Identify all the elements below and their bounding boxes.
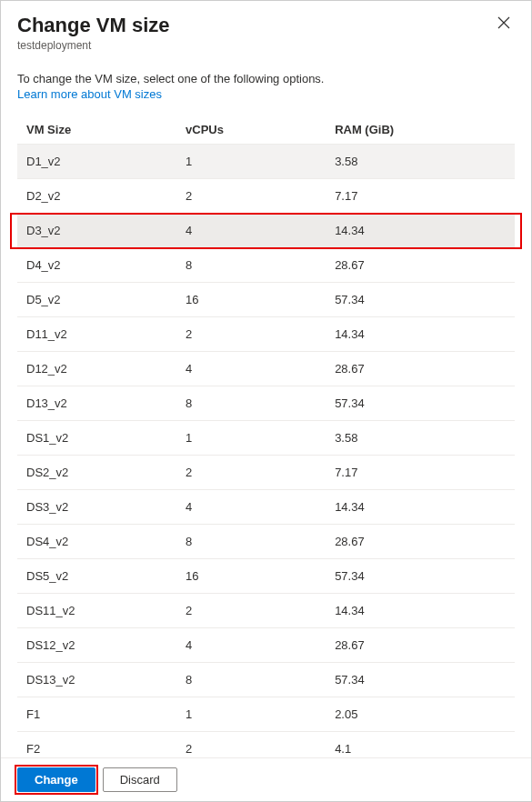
- cell-ram: 28.67: [326, 628, 515, 663]
- cell-vm-size: DS13_v2: [17, 663, 176, 697]
- cell-vm-size: D12_v2: [17, 352, 176, 386]
- cell-ram: 3.58: [326, 421, 515, 456]
- table-row[interactable]: D3_v2414.34: [17, 214, 515, 248]
- cell-ram: 28.67: [326, 352, 515, 386]
- cell-vcpus: 1: [176, 421, 326, 456]
- cell-vm-size: DS2_v2: [17, 456, 176, 490]
- cell-vcpus: 4: [176, 214, 326, 248]
- cell-vcpus: 2: [176, 594, 326, 628]
- col-header-size[interactable]: VM Size: [17, 115, 176, 145]
- table-row[interactable]: DS2_v227.17: [17, 456, 515, 490]
- cell-vcpus: 8: [176, 386, 326, 421]
- cell-ram: 57.34: [326, 663, 515, 697]
- cell-ram: 14.34: [326, 490, 515, 525]
- panel-footer: Change Discard: [1, 757, 531, 801]
- table-row[interactable]: F112.05: [17, 697, 515, 732]
- table-row[interactable]: DS13_v2857.34: [17, 663, 515, 697]
- cell-ram: 28.67: [326, 525, 515, 559]
- cell-ram: 2.05: [326, 697, 515, 732]
- cell-ram: 14.34: [326, 594, 515, 628]
- deployment-name: testdeployment: [17, 39, 515, 52]
- cell-vcpus: 2: [176, 456, 326, 490]
- table-row[interactable]: DS3_v2414.34: [17, 490, 515, 525]
- table-row[interactable]: D4_v2828.67: [17, 248, 515, 283]
- cell-ram: 57.34: [326, 386, 515, 421]
- panel-title: Change VM size: [17, 14, 515, 37]
- table-row[interactable]: DS1_v213.58: [17, 421, 515, 456]
- cell-ram: 14.34: [326, 317, 515, 352]
- table-row[interactable]: D5_v21657.34: [17, 283, 515, 317]
- change-button-highlight: Change: [17, 767, 95, 792]
- cell-vcpus: 16: [176, 559, 326, 594]
- cell-vm-size: DS5_v2: [17, 559, 176, 594]
- change-button[interactable]: Change: [17, 767, 95, 792]
- panel-header: Change VM size testdeployment: [1, 1, 531, 55]
- table-row[interactable]: DS11_v2214.34: [17, 594, 515, 628]
- close-button[interactable]: [491, 12, 517, 37]
- cell-vcpus: 1: [176, 145, 326, 179]
- table-row[interactable]: D11_v2214.34: [17, 317, 515, 352]
- cell-vcpus: 16: [176, 283, 326, 317]
- cell-ram: 7.17: [326, 179, 515, 214]
- table-row[interactable]: DS5_v21657.34: [17, 559, 515, 594]
- cell-vcpus: 8: [176, 663, 326, 697]
- vm-size-table: VM Size vCPUs RAM (GiB) D1_v213.58D2_v22…: [17, 115, 515, 757]
- cell-vm-size: F1: [17, 697, 176, 732]
- cell-vm-size: D4_v2: [17, 248, 176, 283]
- cell-ram: 3.58: [326, 145, 515, 179]
- cell-vcpus: 4: [176, 628, 326, 663]
- cell-vm-size: D13_v2: [17, 386, 176, 421]
- col-header-vcpus[interactable]: vCPUs: [176, 115, 326, 145]
- table-row[interactable]: D13_v2857.34: [17, 386, 515, 421]
- table-header-row: VM Size vCPUs RAM (GiB): [17, 115, 515, 145]
- cell-vcpus: 4: [176, 352, 326, 386]
- col-header-ram[interactable]: RAM (GiB): [326, 115, 515, 145]
- panel-content[interactable]: To change the VM size, select one of the…: [1, 55, 531, 757]
- table-row[interactable]: D12_v2428.67: [17, 352, 515, 386]
- discard-button[interactable]: Discard: [103, 767, 177, 792]
- cell-vm-size: DS1_v2: [17, 421, 176, 456]
- cell-vcpus: 1: [176, 697, 326, 732]
- cell-ram: 7.17: [326, 456, 515, 490]
- cell-ram: 4.1: [326, 732, 515, 758]
- table-row[interactable]: D1_v213.58: [17, 145, 515, 179]
- cell-vm-size: D1_v2: [17, 145, 176, 179]
- cell-vm-size: D3_v2: [17, 214, 176, 248]
- cell-vcpus: 8: [176, 525, 326, 559]
- cell-vm-size: D2_v2: [17, 179, 176, 214]
- table-row[interactable]: D2_v227.17: [17, 179, 515, 214]
- cell-ram: 28.67: [326, 248, 515, 283]
- change-vm-size-panel: Change VM size testdeployment To change …: [1, 1, 531, 801]
- cell-vcpus: 8: [176, 248, 326, 283]
- table-row[interactable]: F224.1: [17, 732, 515, 758]
- close-icon: [497, 16, 510, 33]
- cell-vm-size: F2: [17, 732, 176, 758]
- cell-vcpus: 4: [176, 490, 326, 525]
- cell-vm-size: DS11_v2: [17, 594, 176, 628]
- cell-ram: 14.34: [326, 214, 515, 248]
- intro-text: To change the VM size, select one of the…: [17, 72, 515, 85]
- cell-vcpus: 2: [176, 179, 326, 214]
- table-row[interactable]: DS12_v2428.67: [17, 628, 515, 663]
- cell-vm-size: DS12_v2: [17, 628, 176, 663]
- cell-ram: 57.34: [326, 283, 515, 317]
- cell-vm-size: DS3_v2: [17, 490, 176, 525]
- learn-more-link[interactable]: Learn more about VM sizes: [17, 87, 162, 101]
- cell-vm-size: D11_v2: [17, 317, 176, 352]
- cell-ram: 57.34: [326, 559, 515, 594]
- cell-vm-size: DS4_v2: [17, 525, 176, 559]
- table-row[interactable]: DS4_v2828.67: [17, 525, 515, 559]
- cell-vcpus: 2: [176, 317, 326, 352]
- cell-vcpus: 2: [176, 732, 326, 758]
- cell-vm-size: D5_v2: [17, 283, 176, 317]
